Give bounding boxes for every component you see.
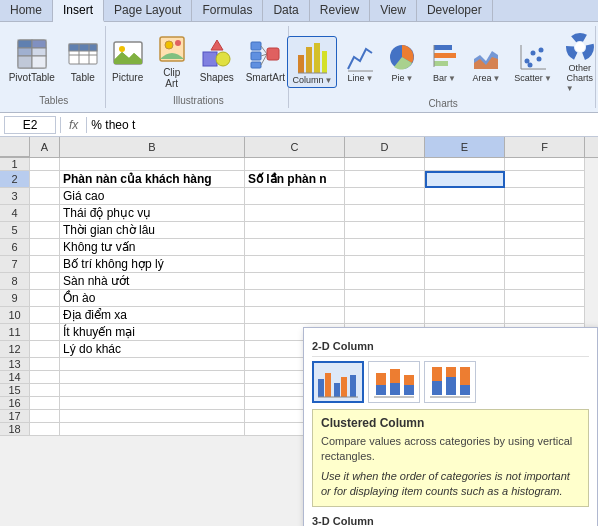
cell-b13[interactable]	[60, 358, 245, 371]
cell-d1[interactable]	[345, 158, 425, 171]
clustered-column-thumb[interactable]	[312, 361, 364, 403]
cell-d4[interactable]	[345, 205, 425, 222]
cell-d10[interactable]	[345, 307, 425, 324]
cell-e9[interactable]	[425, 290, 505, 307]
cell-f4[interactable]	[505, 205, 585, 222]
cell-e4[interactable]	[425, 205, 505, 222]
formula-input[interactable]: % theo t	[91, 118, 594, 132]
cell-a17[interactable]	[30, 410, 60, 423]
ribbon-tab-home[interactable]: Home	[0, 0, 53, 21]
ribbon-tab-review[interactable]: Review	[310, 0, 370, 21]
cell-c10[interactable]	[245, 307, 345, 324]
col-header-c[interactable]: C	[245, 137, 345, 157]
cell-a8[interactable]	[30, 273, 60, 290]
scatter-chart-button[interactable]: Scatter ▼	[509, 38, 556, 86]
cell-c2[interactable]: Số lần phàn n	[245, 171, 345, 188]
cell-d8[interactable]	[345, 273, 425, 290]
cell-f10[interactable]	[505, 307, 585, 324]
cell-f1[interactable]	[505, 158, 585, 171]
cell-b12[interactable]: Lý do khác	[60, 341, 245, 358]
ribbon-tab-data[interactable]: Data	[263, 0, 309, 21]
cell-a1[interactable]	[30, 158, 60, 171]
cell-e7[interactable]	[425, 256, 505, 273]
picture-button[interactable]: Picture	[107, 35, 149, 86]
ribbon-tab-view[interactable]: View	[370, 0, 417, 21]
cell-b14[interactable]	[60, 371, 245, 384]
cell-b17[interactable]	[60, 410, 245, 423]
cell-a18[interactable]	[30, 423, 60, 436]
cell-f9[interactable]	[505, 290, 585, 307]
stacked-column-thumb[interactable]	[368, 361, 420, 403]
cell-f5[interactable]	[505, 222, 585, 239]
cell-a10[interactable]	[30, 307, 60, 324]
pivottable-button[interactable]: PivotTable	[4, 35, 60, 86]
column-chart-button[interactable]: Column ▼	[287, 36, 337, 88]
cell-e10[interactable]	[425, 307, 505, 324]
cell-f8[interactable]	[505, 273, 585, 290]
col-header-b[interactable]: B	[60, 137, 245, 157]
cell-a13[interactable]	[30, 358, 60, 371]
cell-e1[interactable]	[425, 158, 505, 171]
cell-b1[interactable]	[60, 158, 245, 171]
area-chart-button[interactable]: Area ▼	[467, 38, 505, 86]
cell-b8[interactable]: Sàn nhà ướt	[60, 273, 245, 290]
cell-reference[interactable]: E2	[4, 116, 56, 134]
cell-b4[interactable]: Thái độ phục vụ	[60, 205, 245, 222]
cell-f3[interactable]	[505, 188, 585, 205]
cell-d9[interactable]	[345, 290, 425, 307]
cell-b16[interactable]	[60, 397, 245, 410]
col-header-f[interactable]: F	[505, 137, 585, 157]
cell-c3[interactable]	[245, 188, 345, 205]
cell-d2[interactable]	[345, 171, 425, 188]
cell-c9[interactable]	[245, 290, 345, 307]
cell-d5[interactable]	[345, 222, 425, 239]
cell-a12[interactable]	[30, 341, 60, 358]
ribbon-tab-insert[interactable]: Insert	[53, 0, 104, 22]
smartart-button[interactable]: SmartArt	[241, 35, 290, 86]
col-header-a[interactable]: A	[30, 137, 60, 157]
cell-e5[interactable]	[425, 222, 505, 239]
cell-a4[interactable]	[30, 205, 60, 222]
cell-a16[interactable]	[30, 397, 60, 410]
ribbon-tab-formulas[interactable]: Formulas	[192, 0, 263, 21]
cell-e8[interactable]	[425, 273, 505, 290]
cell-b3[interactable]: Giá cao	[60, 188, 245, 205]
shapes-button[interactable]: Shapes	[195, 35, 239, 86]
cell-a5[interactable]	[30, 222, 60, 239]
table-button[interactable]: Table	[62, 35, 104, 86]
cell-c6[interactable]	[245, 239, 345, 256]
cell-f7[interactable]	[505, 256, 585, 273]
line-chart-button[interactable]: Line ▼	[341, 38, 379, 86]
cell-e6[interactable]	[425, 239, 505, 256]
cell-c7[interactable]	[245, 256, 345, 273]
cell-b5[interactable]: Thời gian chờ lâu	[60, 222, 245, 239]
cell-a3[interactable]	[30, 188, 60, 205]
col-header-e[interactable]: E	[425, 137, 505, 157]
bar-chart-button[interactable]: Bar ▼	[425, 38, 463, 86]
cell-a9[interactable]	[30, 290, 60, 307]
cell-f6[interactable]	[505, 239, 585, 256]
cell-c5[interactable]	[245, 222, 345, 239]
col-header-d[interactable]: D	[345, 137, 425, 157]
cell-d7[interactable]	[345, 256, 425, 273]
cell-b6[interactable]: Không tư vấn	[60, 239, 245, 256]
ribbon-tab-developer[interactable]: Developer	[417, 0, 493, 21]
cell-e3[interactable]	[425, 188, 505, 205]
cell-a2[interactable]	[30, 171, 60, 188]
cell-b18[interactable]	[60, 423, 245, 436]
cell-b15[interactable]	[60, 384, 245, 397]
cell-b11[interactable]: Ít khuyến mại	[60, 324, 245, 341]
cell-a14[interactable]	[30, 371, 60, 384]
cell-a6[interactable]	[30, 239, 60, 256]
cell-b10[interactable]: Địa điểm xa	[60, 307, 245, 324]
cell-b9[interactable]: Ồn ào	[60, 290, 245, 307]
cell-c8[interactable]	[245, 273, 345, 290]
clipart-button[interactable]: Clip Art	[151, 30, 193, 92]
cell-d6[interactable]	[345, 239, 425, 256]
cell-a7[interactable]	[30, 256, 60, 273]
cell-f2[interactable]	[505, 171, 585, 188]
100-stacked-column-thumb[interactable]	[424, 361, 476, 403]
cell-c4[interactable]	[245, 205, 345, 222]
cell-b2[interactable]: Phàn nàn của khách hàng	[60, 171, 245, 188]
cell-a15[interactable]	[30, 384, 60, 397]
